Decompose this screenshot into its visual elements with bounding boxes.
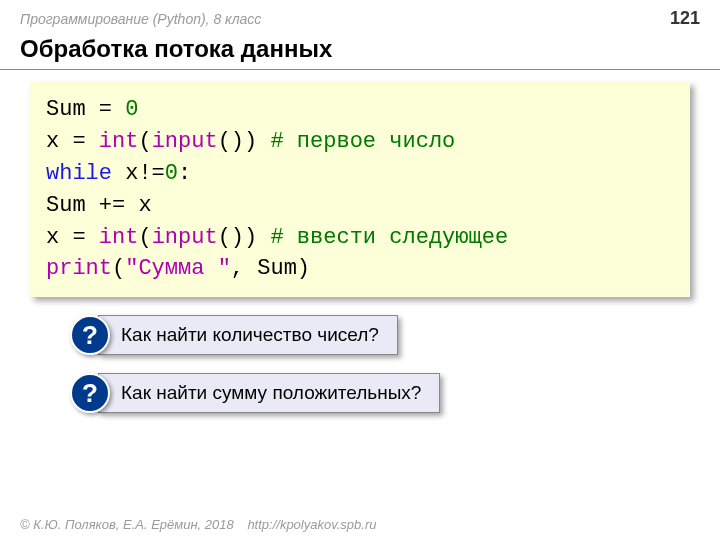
- code-line: Sum += x: [46, 190, 674, 222]
- code-line: Sum = 0: [46, 94, 674, 126]
- course-name: Программирование (Python), 8 класс: [20, 11, 261, 27]
- code-block: Sum = 0 x = int(input()) # первое число …: [30, 82, 690, 297]
- footer-url: http://kpolyakov.spb.ru: [247, 517, 376, 532]
- question-row-2: ? Как найти сумму положительных?: [70, 373, 720, 413]
- question-text-1: Как найти количество чисел?: [98, 315, 398, 355]
- question-text-2: Как найти сумму положительных?: [98, 373, 440, 413]
- slide-header: Программирование (Python), 8 класс 121: [0, 0, 720, 33]
- code-line: print("Сумма ", Sum): [46, 253, 674, 285]
- code-line: x = int(input()) # ввести следующее: [46, 222, 674, 254]
- question-row-1: ? Как найти количество чисел?: [70, 315, 720, 355]
- footer-authors: © К.Ю. Поляков, Е.А. Ерёмин, 2018: [20, 517, 234, 532]
- page-number: 121: [670, 8, 700, 29]
- slide-title: Обработка потока данных: [0, 33, 720, 70]
- slide-footer: © К.Ю. Поляков, Е.А. Ерёмин, 2018 http:/…: [20, 517, 376, 532]
- code-line: x = int(input()) # первое число: [46, 126, 674, 158]
- code-line: while x!=0:: [46, 158, 674, 190]
